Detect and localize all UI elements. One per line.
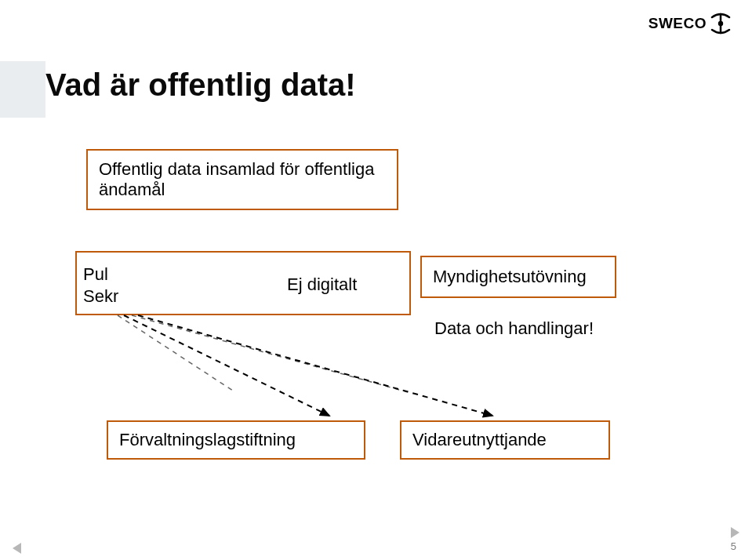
title-region: Vad är offentlig data!	[0, 61, 502, 118]
svg-line-5	[132, 315, 408, 392]
box-forvaltningslagstiftning-label: Förvaltningslagstiftning	[108, 430, 307, 450]
nav-prev-icon[interactable]	[13, 543, 21, 554]
nav-next-icon[interactable]	[731, 527, 739, 538]
text-ej-digitalt: Ej digitalt	[287, 275, 357, 295]
box-pul-sekr-label: Pul Sekr	[83, 264, 118, 307]
box-myndighetsutovning-label: Myndighetsutövning	[422, 267, 598, 287]
text-pul: Pul	[83, 264, 108, 284]
text-sekr: Sekr	[83, 286, 118, 306]
box-offentlig-data: Offentlig data insamlad för offentliga ä…	[86, 149, 398, 210]
page-title: Vad är offentlig data!	[45, 67, 356, 103]
svg-line-4	[118, 315, 235, 392]
slide: SWECO Vad är offentlig data! Offentlig d…	[0, 0, 752, 560]
svg-point-1	[718, 21, 723, 26]
brand-logo: SWECO	[648, 13, 732, 35]
page-number: 5	[731, 540, 736, 552]
box-myndighetsutovning: Myndighetsutövning	[420, 256, 616, 298]
caption-data-och-handlingar: Data och handlingar!	[434, 318, 594, 339]
svg-line-2	[124, 315, 329, 416]
brand-name: SWECO	[648, 15, 707, 32]
box-offentlig-data-label: Offentlig data insamlad för offentliga ä…	[88, 159, 397, 200]
box-pul-sekr-ejdigitalt: Pul Sekr Ej digitalt	[75, 251, 411, 315]
box-forvaltningslagstiftning: Förvaltningslagstiftning	[107, 420, 365, 460]
title-accent	[0, 61, 45, 118]
box-vidareutnyttjande-label: Vidareutnyttjande	[401, 430, 558, 450]
box-vidareutnyttjande: Vidareutnyttjande	[400, 420, 610, 460]
brand-mark-icon	[710, 13, 732, 35]
